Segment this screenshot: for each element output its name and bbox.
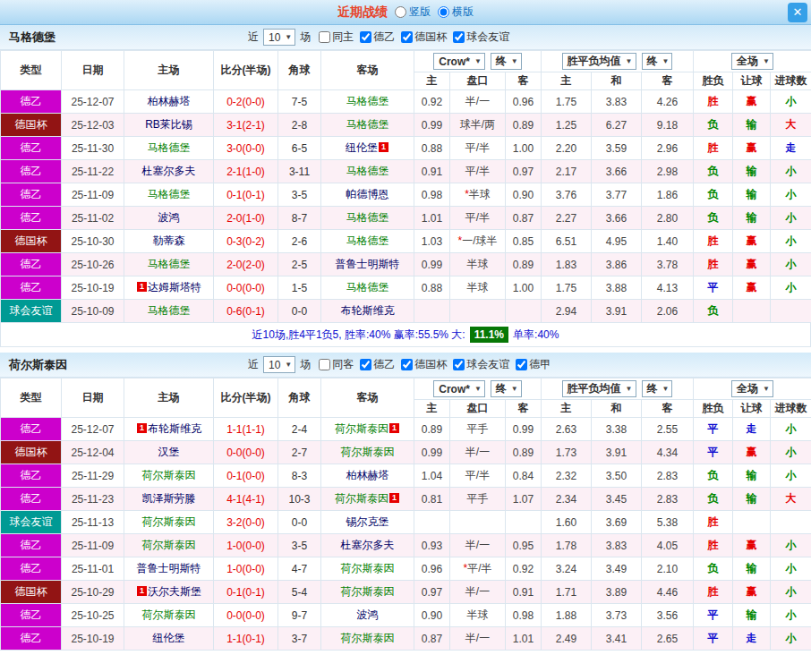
home-team-link[interactable]: 布轮斯维克	[148, 422, 201, 435]
col-home: 主场	[124, 379, 214, 418]
home-team-link[interactable]: 荷尔斯泰因	[142, 515, 196, 528]
result-outcome: 负	[694, 464, 733, 488]
layout-option-vertical[interactable]: 竖版	[395, 4, 431, 20]
home-team-link[interactable]: 达姆斯塔特	[148, 281, 201, 293]
result-outcome: 平	[694, 276, 733, 300]
filter-checkbox-text: 德国杯	[414, 357, 447, 372]
avg-odds-select[interactable]: 胜平负均值 ▼	[562, 380, 636, 397]
home-team-link[interactable]: 波鸿	[158, 211, 180, 224]
away-team-link[interactable]: 马格德堡	[346, 95, 389, 107]
avg-odds-select[interactable]: 胜平负均值 ▼	[562, 53, 636, 70]
match-corners: 1-5	[278, 276, 321, 300]
home-team-link[interactable]: 沃尔夫斯堡	[148, 585, 201, 598]
home-team-link[interactable]: 荷尔斯泰因	[142, 608, 196, 621]
match-corners: 9-7	[278, 604, 321, 627]
avg-away-odds: 2.83	[642, 488, 694, 511]
away-team-link[interactable]: 荷尔斯泰因	[341, 446, 395, 458]
filter-checkbox-input[interactable]	[319, 31, 330, 43]
match-date: 25-10-19	[62, 627, 124, 651]
home-team-link[interactable]: 马格德堡	[148, 141, 191, 154]
away-team-link[interactable]: 波鸿	[357, 608, 379, 621]
col-type: 类型	[1, 51, 62, 90]
filter-checkbox-球会友谊[interactable]: 球会友谊	[453, 357, 509, 372]
recent-count-select[interactable]: 10 ▼	[263, 356, 295, 373]
handicap-home-odds: 0.87	[414, 627, 450, 651]
home-team-link[interactable]: 普鲁士明斯特	[137, 562, 201, 574]
home-team-link[interactable]: 杜塞尔多夫	[142, 165, 196, 177]
home-team-link[interactable]: 荷尔斯泰因	[142, 539, 196, 551]
avg-home-odds: 2.20	[542, 137, 592, 160]
home-team-link[interactable]: RB莱比锡	[145, 118, 192, 131]
filter-checkbox-input[interactable]	[401, 31, 413, 43]
avg-stage-select[interactable]: 终 ▼	[642, 53, 673, 70]
away-team-link[interactable]: 荷尔斯泰因	[341, 562, 395, 574]
filter-checkbox-同客[interactable]: 同客	[319, 357, 354, 372]
filter-checkbox-德乙[interactable]: 德乙	[360, 30, 395, 45]
away-team-link[interactable]: 荷尔斯泰因	[341, 632, 395, 644]
filter-checkbox-input[interactable]	[360, 31, 371, 43]
match-row: 德国杯25-12-03RB莱比锡3-1(2-1)2-8马格德堡0.99球半/两0…	[1, 114, 811, 137]
result-outcome: 负	[694, 207, 733, 230]
away-team-link[interactable]: 普鲁士明斯特	[336, 258, 400, 270]
col-result-handicap: 让球	[733, 72, 771, 90]
away-team-link[interactable]: 帕德博恩	[346, 188, 389, 200]
filter-checkbox-同主[interactable]: 同主	[319, 30, 354, 45]
away-team-link[interactable]: 荷尔斯泰因	[341, 585, 395, 598]
layout-option-horizontal[interactable]: 横版	[438, 4, 474, 20]
home-team-cell: 荷尔斯泰因	[124, 604, 214, 627]
away-team-link[interactable]: 马格德堡	[346, 118, 389, 131]
filter-checkbox-input[interactable]	[453, 31, 465, 43]
filter-checkbox-text: 德乙	[373, 30, 395, 45]
away-team-link[interactable]: 锡尔克堡	[346, 515, 389, 528]
home-team-link[interactable]: 汉堡	[158, 446, 180, 458]
close-button[interactable]: ✕	[788, 3, 807, 22]
odds-stage-select[interactable]: 终 ▼	[491, 380, 522, 397]
filter-checkbox-input[interactable]	[360, 359, 371, 370]
recent-count-select[interactable]: 10 ▼	[263, 29, 295, 46]
filter-checkbox-德国杯[interactable]: 德国杯	[401, 30, 447, 45]
match-scope-select[interactable]: 全场 ▼	[731, 53, 773, 70]
away-team-link[interactable]: 马格德堡	[346, 234, 389, 247]
filter-checkbox-球会友谊[interactable]: 球会友谊	[453, 30, 509, 45]
home-team-link[interactable]: 凯泽斯劳滕	[142, 492, 196, 505]
bookmaker-select[interactable]: Crow* ▼	[433, 53, 485, 70]
vertical-layout-radio[interactable]	[395, 6, 406, 18]
away-team-cell: 普鲁士明斯特	[321, 253, 414, 276]
home-team-cell: 荷尔斯泰因	[124, 464, 214, 488]
home-team-link[interactable]: 荷尔斯泰因	[142, 469, 196, 481]
avg-stage-select[interactable]: 终 ▼	[642, 380, 673, 397]
handicap-away-odds: 0.89	[506, 253, 542, 276]
filter-checkbox-text: 同客	[332, 357, 354, 372]
away-team-link[interactable]: 荷尔斯泰因	[335, 422, 388, 435]
filter-checkbox-input[interactable]	[319, 359, 330, 370]
home-team-link[interactable]: 马格德堡	[148, 188, 191, 200]
filter-checkbox-input[interactable]	[453, 359, 465, 370]
filter-checkbox-input[interactable]	[516, 359, 527, 370]
filter-checkbox-德乙[interactable]: 德乙	[360, 357, 395, 372]
away-team-link[interactable]: 马格德堡	[346, 281, 389, 293]
odds-stage-select[interactable]: 终 ▼	[491, 53, 522, 70]
away-team-link[interactable]: 纽伦堡	[346, 141, 378, 154]
home-team-link[interactable]: 纽伦堡	[153, 632, 185, 644]
away-team-link[interactable]: 马格德堡	[346, 211, 389, 224]
home-team-link[interactable]: 马格德堡	[148, 258, 191, 270]
away-team-link[interactable]: 柏林赫塔	[346, 469, 389, 481]
filter-checkbox-德国杯[interactable]: 德国杯	[401, 357, 447, 372]
away-team-link[interactable]: 杜塞尔多夫	[341, 539, 395, 551]
away-team-link[interactable]: 布轮斯维克	[341, 304, 395, 317]
filter-checkbox-德甲[interactable]: 德甲	[516, 357, 551, 372]
horizontal-layout-radio[interactable]	[438, 6, 449, 18]
away-team-link[interactable]: 马格德堡	[346, 165, 389, 177]
home-team-link[interactable]: 柏林赫塔	[148, 95, 191, 107]
filter-checkbox-input[interactable]	[401, 359, 413, 370]
avg-home-odds: 3.24	[542, 557, 592, 581]
home-team-link[interactable]: 马格德堡	[148, 304, 191, 317]
avg-draw-odds: 3.91	[592, 300, 642, 323]
match-scope-select[interactable]: 全场 ▼	[731, 380, 773, 397]
bookmaker-select[interactable]: Crow* ▼	[433, 380, 485, 397]
match-date: 25-11-30	[62, 137, 124, 160]
handicap-away-odds: 0.84	[506, 464, 542, 488]
away-team-link[interactable]: 荷尔斯泰因	[335, 492, 388, 505]
summary-highlight: 11.1%	[470, 327, 508, 343]
home-team-link[interactable]: 勒蒂森	[153, 234, 185, 247]
